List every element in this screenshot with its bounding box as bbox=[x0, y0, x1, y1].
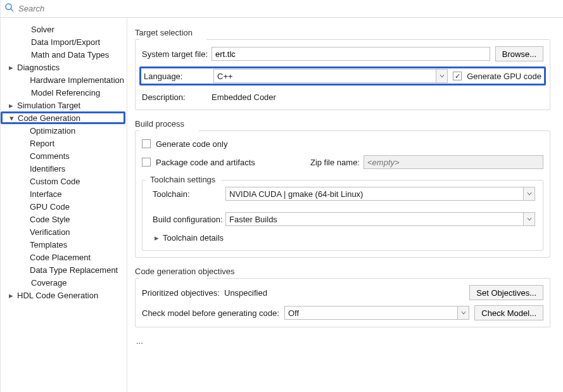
build-config-label: Build configuration: bbox=[153, 215, 225, 224]
sidebar-item-report[interactable]: Report bbox=[2, 137, 124, 149]
sidebar-item-templates[interactable]: Templates bbox=[2, 238, 124, 251]
sidebar-item-comments[interactable]: Comments bbox=[2, 149, 124, 162]
sidebar: SolverData Import/ExportMath and Data Ty… bbox=[1, 18, 127, 392]
system-target-label: System target file: bbox=[142, 49, 212, 59]
sidebar-item-simulation-target[interactable]: ▸Simulation Target bbox=[2, 99, 124, 111]
sidebar-item-diagnostics[interactable]: ▸Diagnostics bbox=[2, 61, 124, 73]
chevron-right-icon[interactable]: ▸ bbox=[153, 233, 160, 243]
language-select[interactable]: C++ bbox=[213, 69, 448, 83]
sidebar-item-label: Optimization bbox=[27, 126, 75, 136]
sidebar-item-label: Coverage bbox=[28, 278, 66, 288]
package-code-checkbox[interactable] bbox=[142, 158, 151, 167]
sidebar-item-label: Custom Code bbox=[27, 177, 80, 186]
sidebar-item-gpu-code[interactable]: GPU Code bbox=[2, 200, 124, 213]
chevron-down-icon: ▾ bbox=[8, 113, 15, 123]
sidebar-item-label: Identifiers bbox=[27, 164, 65, 174]
sidebar-item-optimization[interactable]: Optimization bbox=[2, 124, 124, 137]
svg-line-1 bbox=[11, 9, 13, 11]
search-input[interactable] bbox=[15, 3, 559, 14]
sidebar-item-code-placement[interactable]: Code Placement bbox=[2, 251, 124, 263]
sidebar-item-label: Report bbox=[27, 139, 54, 148]
description-value: Embedded Coder bbox=[212, 92, 276, 102]
check-model-button[interactable]: Check Model... bbox=[474, 305, 543, 320]
build-process-group: Generate code only Package code and arti… bbox=[135, 131, 550, 258]
generate-code-only-checkbox[interactable] bbox=[142, 139, 151, 148]
system-target-file-input[interactable] bbox=[212, 47, 490, 61]
sidebar-item-label: Verification bbox=[27, 227, 70, 237]
sidebar-item-label: Comments bbox=[27, 151, 70, 161]
sidebar-item-label: Code Style bbox=[27, 215, 70, 224]
sidebar-item-label: Math and Data Types bbox=[28, 50, 109, 60]
sidebar-item-label: Model Referencing bbox=[28, 88, 100, 98]
zip-file-input bbox=[364, 155, 543, 169]
sidebar-item-coverage[interactable]: Coverage bbox=[2, 276, 124, 289]
prioritized-value: Unspecified bbox=[224, 288, 267, 298]
sidebar-item-math-and-data-types[interactable]: Math and Data Types bbox=[2, 48, 124, 61]
more-indicator[interactable]: ... bbox=[136, 336, 550, 346]
language-value: C++ bbox=[214, 72, 436, 81]
toolchain-value: NVIDIA CUDA | gmake (64-bit Linux) bbox=[226, 189, 523, 199]
sidebar-item-data-type-replacement[interactable]: Data Type Replacement bbox=[2, 263, 124, 276]
sidebar-item-label: Code Placement bbox=[27, 253, 91, 262]
svg-point-0 bbox=[6, 4, 11, 9]
content-area: SolverData Import/ExportMath and Data Ty… bbox=[1, 18, 563, 392]
sidebar-item-interface[interactable]: Interface bbox=[2, 187, 124, 200]
check-model-select[interactable]: Off bbox=[284, 306, 469, 320]
sidebar-item-data-import-export[interactable]: Data Import/Export bbox=[2, 35, 124, 48]
sidebar-item-label: Diagnostics bbox=[15, 63, 60, 72]
chevron-right-icon: ▸ bbox=[7, 63, 15, 72]
sidebar-item-label: Code Generation bbox=[15, 113, 80, 123]
sidebar-item-verification[interactable]: Verification bbox=[2, 225, 124, 238]
sidebar-item-label: Hardware Implementation bbox=[27, 75, 124, 85]
section-title-build: Build process bbox=[135, 119, 550, 129]
sidebar-item-code-generation[interactable]: ▾Code Generation bbox=[1, 111, 125, 124]
sidebar-item-label: Templates bbox=[27, 240, 67, 250]
sidebar-item-solver[interactable]: Solver bbox=[2, 23, 124, 35]
sidebar-item-hdl-code-generation[interactable]: ▸HDL Code Generation bbox=[2, 289, 124, 301]
sidebar-item-label: Interface bbox=[27, 189, 62, 199]
section-title-objectives: Code generation objectives bbox=[135, 267, 550, 276]
chevron-down-icon bbox=[523, 187, 535, 200]
objectives-group: Prioritized objectives: Unspecified Set … bbox=[135, 279, 550, 327]
sidebar-item-label: Solver bbox=[28, 25, 54, 34]
sidebar-item-label: GPU Code bbox=[27, 202, 70, 212]
toolchain-settings-group: Toolchain settings Toolchain: NVIDIA CUD… bbox=[142, 180, 543, 251]
browse-button[interactable]: Browse... bbox=[495, 46, 543, 61]
main-panel: Target selection System target file: Bro… bbox=[127, 18, 563, 392]
generate-gpu-label: Generate GPU code bbox=[467, 72, 541, 81]
build-config-select[interactable]: Faster Builds bbox=[225, 212, 535, 226]
search-icon bbox=[4, 3, 15, 15]
language-label: Language: bbox=[144, 72, 213, 81]
set-objectives-button[interactable]: Set Objectives... bbox=[469, 285, 543, 300]
section-title-target: Target selection bbox=[135, 28, 550, 37]
toolchain-label: Toolchain: bbox=[153, 189, 225, 199]
chevron-right-icon: ▸ bbox=[7, 291, 15, 300]
toolchain-details[interactable]: Toolchain details bbox=[160, 233, 224, 243]
sidebar-item-label: HDL Code Generation bbox=[15, 291, 98, 300]
sidebar-item-hardware-implementation[interactable]: Hardware Implementation bbox=[2, 73, 124, 86]
toolchain-select[interactable]: NVIDIA CUDA | gmake (64-bit Linux) bbox=[225, 187, 535, 201]
sidebar-item-custom-code[interactable]: Custom Code bbox=[2, 175, 124, 187]
check-model-value: Off bbox=[285, 308, 457, 318]
sidebar-item-model-referencing[interactable]: Model Referencing bbox=[2, 86, 124, 99]
description-label: Description: bbox=[142, 92, 212, 102]
toolchain-settings-label: Toolchain settings bbox=[149, 175, 217, 184]
build-config-value: Faster Builds bbox=[226, 215, 523, 224]
sidebar-item-label: Simulation Target bbox=[15, 101, 80, 110]
target-selection-group: System target file: Browse... Language: … bbox=[135, 40, 550, 110]
prioritized-label: Prioritized objectives: bbox=[142, 288, 224, 298]
sidebar-item-label: Data Import/Export bbox=[28, 37, 100, 47]
sidebar-item-identifiers[interactable]: Identifiers bbox=[2, 162, 124, 175]
chevron-down-icon bbox=[523, 213, 535, 225]
zip-file-label: Zip file name: bbox=[310, 158, 360, 167]
package-code-label: Package code and artifacts bbox=[156, 158, 255, 167]
chevron-down-icon bbox=[457, 307, 469, 319]
generate-gpu-checkbox[interactable] bbox=[453, 72, 462, 80]
chevron-down-icon bbox=[436, 70, 447, 82]
check-model-label: Check model before generating code: bbox=[142, 308, 284, 318]
sidebar-item-code-style[interactable]: Code Style bbox=[2, 213, 124, 225]
generate-code-only-label: Generate code only bbox=[156, 139, 227, 149]
sidebar-item-label: Data Type Replacement bbox=[27, 265, 118, 275]
config-dialog: SolverData Import/ExportMath and Data Ty… bbox=[0, 0, 563, 392]
search-bar bbox=[1, 0, 563, 18]
